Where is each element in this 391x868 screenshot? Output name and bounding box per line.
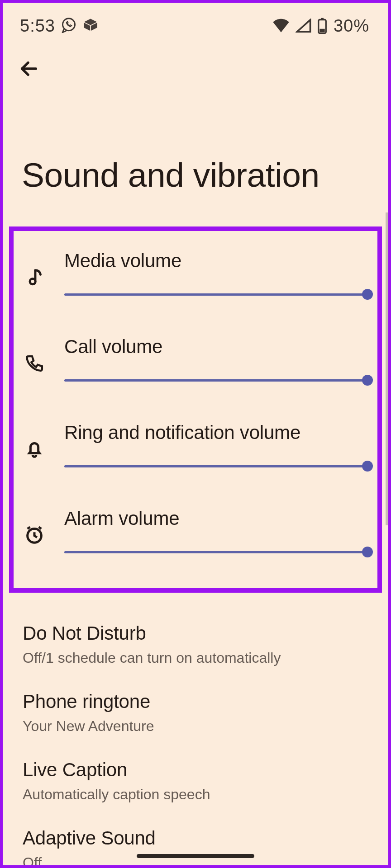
svg-point-0 — [62, 19, 75, 31]
battery-text: 30% — [334, 16, 369, 36]
svg-rect-2 — [321, 18, 324, 20]
bell-icon — [24, 438, 45, 460]
wifi-icon — [272, 19, 290, 33]
item-title: Live Caption — [23, 759, 368, 781]
call-volume-row: Call volume — [24, 327, 367, 398]
status-right: 30% — [272, 16, 369, 36]
media-volume-slider[interactable] — [64, 289, 367, 300]
battery-icon — [317, 18, 327, 34]
do-not-disturb-item[interactable]: Do Not Disturb Off/1 schedule can turn o… — [23, 611, 368, 679]
adaptive-sound-item[interactable]: Adaptive Sound Off — [23, 816, 368, 868]
alarm-volume-row: Alarm volume — [24, 499, 367, 570]
status-left: 5:53 — [20, 16, 99, 36]
package-icon — [82, 18, 99, 33]
sound-and-vibration-screen: 5:53 — [0, 0, 391, 868]
ring-volume-label: Ring and notification volume — [64, 422, 367, 443]
phone-icon — [24, 352, 45, 374]
cell-signal-icon — [296, 19, 312, 33]
call-volume-slider[interactable] — [64, 375, 367, 386]
item-title: Do Not Disturb — [23, 623, 368, 644]
media-volume-row: Media volume — [24, 241, 367, 312]
live-caption-item[interactable]: Live Caption Automatically caption speec… — [23, 747, 368, 816]
ring-volume-slider[interactable] — [64, 461, 367, 472]
svg-rect-3 — [319, 29, 324, 33]
call-volume-label: Call volume — [64, 336, 367, 358]
alarm-volume-slider[interactable] — [64, 547, 367, 557]
back-button[interactable] — [18, 58, 40, 80]
scroll-indicator — [386, 212, 388, 525]
item-title: Adaptive Sound — [23, 827, 368, 849]
ring-volume-row: Ring and notification volume — [24, 413, 367, 484]
item-sub: Off/1 schedule can turn on automatically — [23, 650, 368, 666]
phone-ringtone-item[interactable]: Phone ringtone Your New Adventure — [23, 679, 368, 747]
media-volume-label: Media volume — [64, 250, 367, 272]
music-note-icon — [24, 266, 45, 288]
whatsapp-icon — [61, 17, 77, 35]
volume-controls-highlight: Media volume Call volume Ring — [9, 226, 382, 593]
alarm-volume-label: Alarm volume — [64, 508, 367, 529]
svg-point-4 — [30, 278, 35, 284]
item-sub: Automatically caption speech — [23, 786, 368, 803]
page-title: Sound and vibration — [3, 80, 388, 193]
navigation-handle[interactable] — [137, 854, 254, 858]
status-time: 5:53 — [20, 16, 55, 36]
status-bar: 5:53 — [3, 3, 388, 41]
item-title: Phone ringtone — [23, 691, 368, 712]
alarm-clock-icon — [24, 524, 45, 546]
item-sub: Your New Adventure — [23, 718, 368, 735]
settings-list: Do Not Disturb Off/1 schedule can turn o… — [3, 593, 388, 868]
